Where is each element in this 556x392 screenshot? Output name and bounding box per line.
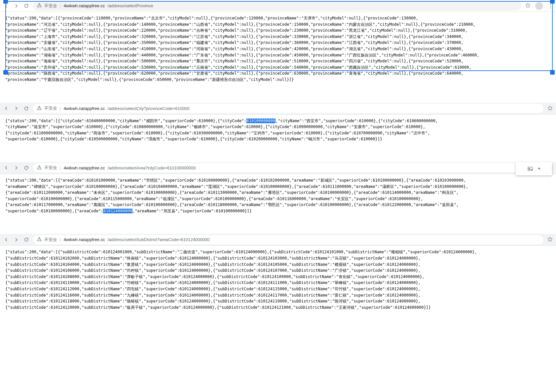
address-host: 4wikwh.natappfree.cc <box>63 237 105 242</box>
address-bar[interactable]: 不安全 | 4wikwh.natappfree.cc/address/selec… <box>33 235 543 244</box>
reload-button[interactable] <box>23 3 29 9</box>
highlighted-value: 610100000000 <box>246 119 276 123</box>
back-button[interactable] <box>3 237 9 243</box>
selection-handle-br[interactable] <box>550 70 555 75</box>
browser-pane-2: 不安全 | 4wikwh.natappfree.cc/address/selec… <box>0 103 556 162</box>
insecure-icon <box>37 237 42 242</box>
insecure-icon <box>37 106 42 111</box>
response-body[interactable]: {"status":200,"data":[{"areaCode":610101… <box>0 174 556 234</box>
toolbar: 不安全 | 4wikwh.natappfree.cc/address/selec… <box>0 162 556 174</box>
selection-handle-bl[interactable] <box>3 70 8 75</box>
selection-handle-tl[interactable] <box>3 0 8 4</box>
profile-button[interactable] <box>535 2 543 10</box>
dropdown-icon: ▼ <box>537 167 541 170</box>
back-button[interactable] <box>3 105 9 111</box>
address-path: /address/selectCity?provinceCode=610000 <box>107 106 189 111</box>
address-bar[interactable]: 不安全 | 4wikwh.natappfree.cc/address/selec… <box>33 163 531 172</box>
address-path: /address/selectArea?cityCode=61010000000… <box>107 165 196 170</box>
response-body[interactable]: {"status":200,"data":[{"provinceCode":11… <box>0 12 556 103</box>
highlighted-value: 610124000000 <box>103 209 132 213</box>
address-path: /address/selectProvince <box>107 3 153 8</box>
reload-button[interactable] <box>23 237 29 243</box>
response-body[interactable]: {"status":200,"data":[{"cityCode":610400… <box>0 115 556 162</box>
forward-button[interactable] <box>13 165 19 171</box>
address-bar[interactable]: 不安全 | 4wikwh.natappfree.cc/address/selec… <box>33 104 543 113</box>
insecure-icon <box>37 165 42 171</box>
back-button[interactable] <box>3 165 9 171</box>
back-button[interactable] <box>3 3 9 9</box>
reload-button[interactable] <box>23 165 29 171</box>
bookmark-button[interactable] <box>525 3 531 9</box>
address-host: 4wikwh.natappfree.cc <box>63 165 105 170</box>
selection-handle-tr[interactable] <box>550 0 555 4</box>
reload-button[interactable] <box>23 105 29 111</box>
address-bar[interactable]: 不安全 | 4wikwh.natappfree.cc/address/selec… <box>33 1 521 11</box>
address-host: 4wikwh.natappfree.cc <box>63 3 105 8</box>
forward-button[interactable] <box>13 3 19 9</box>
toolbar: 不安全 | 4wikwh.natappfree.cc/address/selec… <box>0 103 556 115</box>
forward-button[interactable] <box>13 105 19 111</box>
address-host: 4wikwh.natappfree.cc <box>63 106 105 111</box>
address-path: /address/selectSubDistrict?areaCode=6101… <box>107 237 209 242</box>
bookmark-button[interactable] <box>547 236 553 243</box>
menu-button[interactable]: ⋯ <box>548 3 553 9</box>
insecure-label: 不安全 <box>44 165 57 171</box>
toolbar: 不安全 | 4wikwh.natappfree.cc/address/selec… <box>0 234 556 246</box>
insecure-label: 不安全 <box>44 105 57 111</box>
insecure-icon <box>37 3 42 9</box>
browser-pane-3: 不安全 | 4wikwh.natappfree.cc/address/selec… <box>0 162 556 234</box>
image-icon <box>527 166 534 172</box>
bookmark-button[interactable] <box>547 105 553 112</box>
forward-button[interactable] <box>13 237 19 243</box>
browser-pane-1: 不安全 | 4wikwh.natappfree.cc/address/selec… <box>0 0 556 103</box>
browser-pane-4: 不安全 | 4wikwh.natappfree.cc/address/selec… <box>0 234 556 330</box>
insecure-label: 不安全 <box>44 3 57 9</box>
toolbar: 不安全 | 4wikwh.natappfree.cc/address/selec… <box>0 0 556 12</box>
insecure-label: 不安全 <box>44 237 57 243</box>
response-body[interactable]: {"status":200,"data":[{"subDistrictCode"… <box>0 246 556 330</box>
screenshot-widget[interactable]: ▼ <box>516 162 552 175</box>
